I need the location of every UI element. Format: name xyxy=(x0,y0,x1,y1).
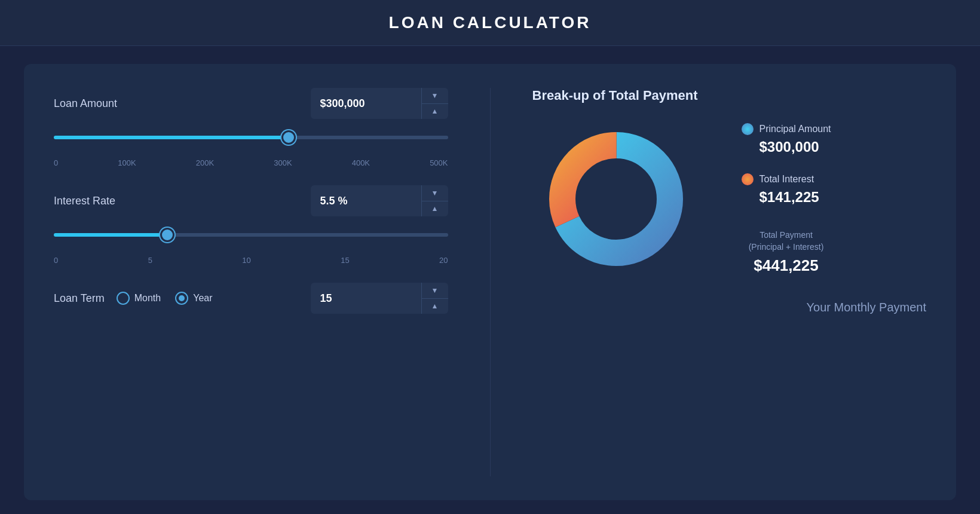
loan-tick-1: 100K xyxy=(118,158,136,167)
monthly-payment-title: Your Monthly Payment xyxy=(532,301,927,314)
loan-amount-down-button[interactable]: ▼ xyxy=(422,88,448,104)
month-radio-circle xyxy=(117,292,130,305)
legend-total: Total Payment (Principal + Interest) $44… xyxy=(742,230,831,275)
rate-tick-0: 0 xyxy=(54,256,58,265)
donut-inner-circle xyxy=(577,160,656,238)
legend-interest: Total Interest $141,225 xyxy=(742,173,831,206)
chart-legend: Principal Amount $300,000 Total Interest… xyxy=(742,123,831,275)
year-radio-circle xyxy=(175,292,188,305)
chart-legend-row: Principal Amount $300,000 Total Interest… xyxy=(532,115,927,283)
interest-dot xyxy=(742,173,754,185)
loan-term-value: 15 xyxy=(311,292,421,305)
loan-tick-3: 300K xyxy=(274,158,292,167)
loan-amount-spinner: $300,000 ▼ ▲ xyxy=(311,88,448,119)
month-radio-option[interactable]: Month xyxy=(117,292,161,305)
loan-amount-label: Loan Amount xyxy=(54,97,117,110)
total-label: Total Payment xyxy=(760,230,813,240)
app-title: LOAN CALCULATOR xyxy=(0,13,980,32)
loan-tick-4: 400K xyxy=(352,158,370,167)
donut-svg xyxy=(532,115,700,283)
interest-value: $141,225 xyxy=(760,189,831,206)
loan-slider-ticks: 0 100K 200K 300K 400K 500K xyxy=(54,158,448,167)
interest-label: Total Interest xyxy=(760,174,814,185)
rate-tick-4: 20 xyxy=(439,256,448,265)
interest-rate-value: 5.5 % xyxy=(311,195,421,207)
loan-term-label: Loan Term xyxy=(54,292,105,305)
interest-rate-down-button[interactable]: ▼ xyxy=(422,185,448,201)
total-value: $441,225 xyxy=(742,256,831,275)
loan-amount-up-button[interactable]: ▲ xyxy=(422,104,448,120)
loan-amount-row: Loan Amount $300,000 ▼ ▲ xyxy=(54,88,448,119)
loan-term-row: Loan Term Month Year 15 ▼ ▲ xyxy=(54,283,448,314)
interest-rate-row: Interest Rate 5.5 % ▼ ▲ xyxy=(54,185,448,216)
breakup-title: Break-up of Total Payment xyxy=(532,88,927,103)
principal-value: $300,000 xyxy=(760,139,831,155)
loan-amount-slider[interactable] xyxy=(54,136,448,139)
interest-rate-label: Interest Rate xyxy=(54,195,115,207)
left-panel: Loan Amount $300,000 ▼ ▲ 0 100K 200K 300… xyxy=(54,88,448,476)
main-container: Loan Amount $300,000 ▼ ▲ 0 100K 200K 300… xyxy=(24,64,956,500)
rate-tick-3: 15 xyxy=(341,256,349,265)
loan-term-down-button[interactable]: ▼ xyxy=(422,283,448,299)
loan-tick-0: 0 xyxy=(54,158,58,167)
interest-rate-spinner: 5.5 % ▼ ▲ xyxy=(311,185,448,216)
rate-slider-ticks: 0 5 10 15 20 xyxy=(54,256,448,265)
donut-chart xyxy=(532,115,700,283)
principal-label: Principal Amount xyxy=(760,124,831,134)
loan-term-spinner: 15 ▼ ▲ xyxy=(311,283,448,314)
interest-rate-up-button[interactable]: ▲ xyxy=(422,201,448,217)
loan-term-up-button[interactable]: ▲ xyxy=(422,299,448,314)
total-sublabel: (Principal + Interest) xyxy=(749,242,824,252)
principal-dot xyxy=(742,123,754,135)
loan-tick-5: 500K xyxy=(430,158,448,167)
year-radio-label: Year xyxy=(193,293,212,304)
month-radio-label: Month xyxy=(134,293,161,304)
panel-divider xyxy=(490,88,491,476)
app-header: LOAN CALCULATOR xyxy=(0,0,980,46)
year-radio-option[interactable]: Year xyxy=(175,292,212,305)
loan-amount-slider-container: 0 100K 200K 300K 400K 500K xyxy=(54,125,448,167)
loan-term-radio-group: Month Year xyxy=(117,292,213,305)
rate-tick-1: 5 xyxy=(148,256,152,265)
right-panel: Break-up of Total Payment xyxy=(532,88,927,476)
interest-rate-slider[interactable] xyxy=(54,233,448,237)
legend-principal: Principal Amount $300,000 xyxy=(742,123,831,155)
loan-tick-2: 200K xyxy=(196,158,214,167)
rate-tick-2: 10 xyxy=(242,256,250,265)
interest-rate-slider-container: 0 5 10 15 20 xyxy=(54,222,448,265)
loan-amount-value: $300,000 xyxy=(311,97,421,110)
